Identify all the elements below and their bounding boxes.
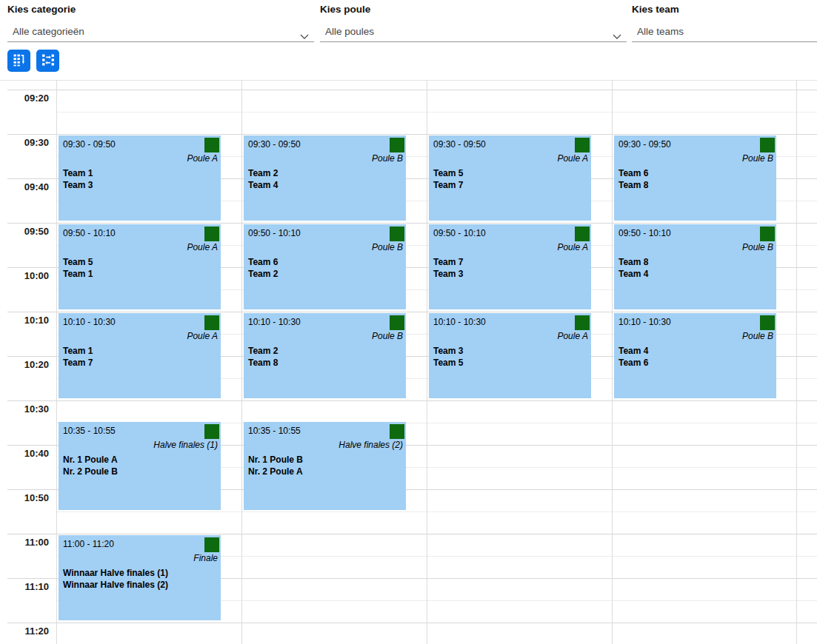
match-teams: Team 1 Team 7 [63, 346, 93, 369]
grid-column-separator [56, 80, 57, 644]
match-card[interactable]: 10:10 - 10:30 Poule A Team 3 Team 5 [429, 313, 591, 398]
team-name: Team 1 [63, 168, 93, 180]
team-filter-label: Kies team [632, 3, 817, 16]
match-time: 09:30 - 09:50 [433, 139, 486, 150]
team-select[interactable]: Alle teams [632, 24, 817, 42]
match-card[interactable]: 11:00 - 11:20 Finale Winnaar Halve final… [59, 535, 221, 620]
match-card[interactable]: 10:35 - 10:55 Halve finales (1) Nr. 1 Po… [59, 422, 221, 510]
team-name: Team 2 [248, 269, 278, 281]
team-name: Team 5 [433, 168, 463, 180]
time-label: 09:30 [0, 137, 49, 148]
match-time: 09:50 - 10:10 [63, 228, 116, 238]
match-teams: Nr. 1 Poule B Nr. 2 Poule A [248, 455, 303, 477]
match-group: Poule B [372, 242, 403, 252]
match-card[interactable]: 09:50 - 10:10 Poule A Team 7 Team 3 [429, 224, 591, 309]
team-name: Team 7 [433, 180, 463, 192]
match-time: 09:30 - 09:50 [248, 139, 301, 150]
swap-rows-icon [41, 53, 56, 70]
tournament-schedule-page: Kies categorie Alle categorieën Kies pou… [0, 0, 817, 644]
time-label: 10:40 [0, 448, 49, 459]
status-square-icon [204, 424, 219, 439]
team-name: Nr. 2 Poule B [63, 466, 118, 478]
time-label: 10:10 [0, 315, 49, 326]
match-time: 10:35 - 10:55 [248, 426, 301, 436]
time-label: 09:20 [0, 93, 49, 104]
match-card[interactable]: 10:35 - 10:55 Halve finales (2) Nr. 1 Po… [244, 422, 406, 510]
team-name: Team 2 [248, 346, 278, 358]
match-time: 09:30 - 09:50 [618, 139, 671, 150]
grid-column-separator [427, 80, 427, 644]
grid-column-separator [241, 80, 242, 644]
match-time: 09:50 - 10:10 [433, 228, 486, 238]
match-teams: Team 2 Team 8 [248, 346, 278, 369]
match-teams: Team 4 Team 6 [618, 346, 648, 369]
time-label: 11:20 [0, 625, 49, 637]
match-card[interactable]: 09:50 - 10:10 Poule B Team 6 Team 2 [244, 224, 406, 309]
team-name: Winnaar Halve finales (2) [63, 580, 168, 591]
match-card[interactable]: 10:10 - 10:30 Poule B Team 4 Team 6 [614, 313, 776, 398]
grid-top-border [0, 80, 817, 81]
match-teams: Team 5 Team 7 [433, 168, 463, 191]
table-schedule-view-button[interactable] [7, 50, 30, 72]
team-name: Team 3 [433, 346, 463, 358]
match-group: Poule A [557, 153, 588, 164]
time-label: 10:50 [0, 492, 49, 503]
match-card[interactable]: 09:50 - 10:10 Poule B Team 8 Team 4 [614, 224, 776, 309]
match-card[interactable]: 09:30 - 09:50 Poule B Team 6 Team 8 [614, 135, 776, 221]
match-time: 10:10 - 10:30 [63, 317, 116, 327]
chevron-down-icon [613, 30, 621, 43]
poule-select-value: Alle poules [325, 26, 374, 37]
match-group: Halve finales (1) [153, 440, 218, 450]
team-name: Team 6 [248, 257, 278, 269]
grid-column-separator [796, 80, 797, 644]
team-name: Team 4 [618, 346, 648, 358]
team-name: Team 1 [63, 346, 93, 358]
match-group: Poule B [742, 331, 773, 341]
status-square-icon [760, 315, 775, 330]
team-name: Nr. 1 Poule A [63, 455, 118, 466]
match-card[interactable]: 09:50 - 10:10 Poule A Team 5 Team 1 [59, 224, 221, 309]
poule-filter-label: Kies poule [320, 3, 627, 16]
team-name: Team 6 [618, 168, 648, 180]
category-select[interactable]: Alle categorieën [7, 24, 314, 42]
match-card[interactable]: 09:30 - 09:50 Poule A Team 1 Team 3 [59, 135, 221, 221]
match-time: 09:30 - 09:50 [63, 139, 116, 150]
team-name: Team 8 [618, 180, 648, 192]
match-teams: Team 3 Team 5 [433, 346, 463, 369]
match-group: Poule B [742, 153, 773, 164]
match-group: Poule A [557, 242, 588, 252]
poule-filter: Kies poule Alle poules [320, 3, 627, 42]
match-group: Poule A [187, 242, 218, 252]
match-card[interactable]: 10:10 - 10:30 Poule B Team 2 Team 8 [244, 313, 406, 398]
match-time: 11:00 - 11:20 [63, 539, 114, 549]
match-group: Finale [193, 553, 218, 563]
match-time: 10:10 - 10:30 [433, 317, 486, 327]
team-name: Team 7 [63, 358, 93, 369]
match-card[interactable]: 09:30 - 09:50 Poule A Team 5 Team 7 [429, 135, 591, 221]
team-name: Winnaar Halve finales (1) [63, 568, 168, 580]
match-card[interactable]: 09:30 - 09:50 Poule B Team 2 Team 4 [244, 135, 406, 221]
category-select-value: Alle categorieën [13, 26, 84, 37]
match-group: Poule A [187, 331, 218, 341]
match-teams: Team 7 Team 3 [433, 257, 463, 280]
team-name: Team 1 [63, 269, 93, 281]
swap-order-view-button[interactable] [36, 50, 59, 72]
category-filter: Kies categorie Alle categorieën [7, 3, 314, 42]
grid-column-separator [612, 80, 613, 644]
time-label: 10:20 [0, 359, 49, 370]
status-square-icon [760, 227, 775, 241]
status-square-icon [575, 227, 590, 241]
match-group: Poule B [372, 153, 403, 164]
poule-select[interactable]: Alle poules [320, 24, 627, 42]
chevron-down-icon [300, 30, 309, 43]
match-card[interactable]: 10:10 - 10:30 Poule A Team 1 Team 7 [59, 313, 221, 398]
match-time: 10:35 - 10:55 [63, 426, 116, 436]
match-teams: Team 2 Team 4 [248, 168, 278, 191]
status-square-icon [390, 227, 404, 241]
status-square-icon [575, 315, 590, 330]
match-time: 10:10 - 10:30 [248, 317, 301, 327]
time-label: 10:30 [0, 403, 49, 415]
time-label: 11:10 [0, 581, 49, 592]
team-name: Team 8 [618, 257, 648, 269]
match-teams: Team 8 Team 4 [618, 257, 648, 280]
